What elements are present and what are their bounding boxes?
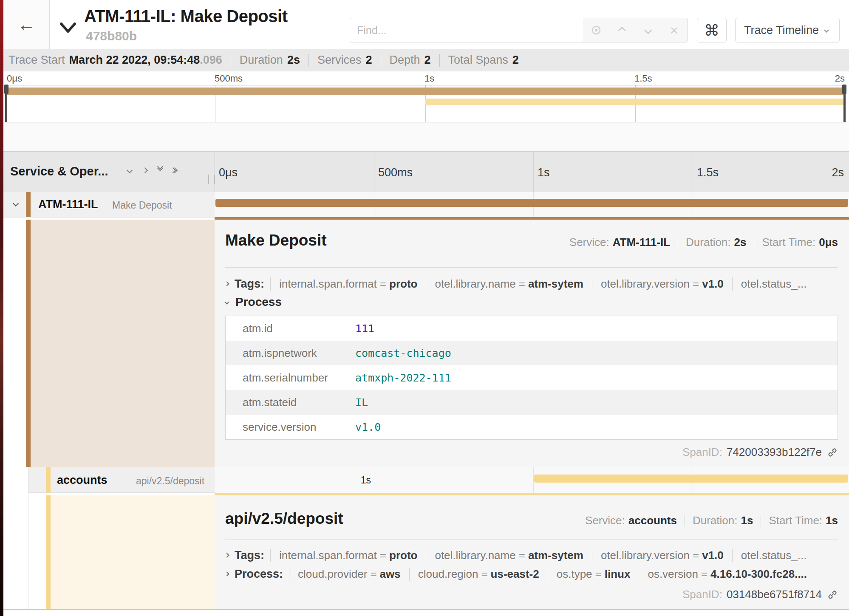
services-value: 2 [365,54,372,67]
span-bar-accounts[interactable] [534,475,848,483]
link-icon [827,447,838,458]
tag-truncated: otel.status_... [732,277,815,291]
keyboard-shortcuts-button[interactable]: ⌘ [697,18,727,42]
service-value: accounts [628,514,677,527]
duration-label: Duration: [686,236,731,249]
chevron-down-icon [59,22,76,34]
process-kv-table: atm.id 111 atm.ispnetwork comcast-chicag… [225,316,838,440]
close-icon: × [670,23,678,37]
tree-line [12,495,12,609]
divider [761,515,761,527]
service-label: Service: [569,236,609,249]
divider [231,54,231,67]
start-time-value: 0μs [819,236,838,249]
duration-value: 1s [741,514,753,527]
depth-value: 2 [424,54,431,67]
tag: internal.span.format=proto [270,277,426,291]
span-track-accounts: 1s [215,467,849,493]
command-icon: ⌘ [704,22,719,39]
span-name-cell-atm[interactable]: ATM-111-IL Make Deposit [3,192,215,218]
clear-find-button[interactable]: × [665,22,682,39]
span-detail-panel: api/v2.5/deposit Service: accounts Durat… [215,495,849,609]
minimap-tick: 0μs [7,73,22,84]
chevron-down-icon [644,26,652,34]
view-selector-dropdown[interactable]: Trace Timeline [735,18,840,42]
span-name-cell-accounts[interactable]: accounts api/v2.5/deposit [3,467,215,493]
gridline [374,152,374,192]
column-resize-handle[interactable] [208,175,215,184]
copy-link-button[interactable] [827,447,838,458]
collapse-all-icon[interactable] [158,167,162,174]
axis-tick: 500ms [378,166,413,179]
copy-link-button[interactable] [827,589,838,600]
table-row: atm.stateid IL [226,390,838,415]
chevron-right-icon [224,553,229,557]
chevron-right-icon [224,571,229,576]
timeline-minimap[interactable] [5,85,846,123]
minimap-span-accounts [425,99,846,105]
duration-label: Duration: [693,514,738,527]
service-color-bar [26,192,31,217]
selected-row-tint [31,220,215,467]
duration-value: 2s [287,54,300,67]
start-time-label: Start Time: [769,514,822,527]
trace-start-label: Trace Start [8,54,65,67]
timeline-column-header: Service & Oper... 0μs 500ms 1s 1.5s 2s [3,151,849,193]
trace-start-ms: .096 [200,54,222,67]
trace-collapse-toggle[interactable] [59,22,76,36]
minimap-tick: 2s [835,73,845,84]
minimap-right-handle[interactable] [843,85,846,122]
expand-all-icon[interactable] [173,168,180,172]
start-time-label: Start Time: [762,236,815,249]
row-collapse-icon[interactable] [13,201,19,206]
minimap-left-handle[interactable] [5,85,7,122]
trace-timeline-page: ← ATM-111-IL: Make Deposit 478b80b × ⌘ [0,0,849,616]
service-label: Service: [585,514,625,527]
chevron-down-icon [224,300,229,304]
spacer [3,122,849,151]
gridline [533,467,534,493]
divider [678,237,678,249]
chevron-up-icon [618,26,626,34]
gridline [533,152,534,192]
tags-row[interactable]: Tags: internal.span.format=proto otel.li… [225,545,838,565]
tag-truncated: otel.status_... [732,549,815,562]
minimap-tick: 1.5s [634,73,652,84]
kv-value: IL [355,396,368,409]
tags-row[interactable]: Tags: internal.span.format=proto otel.li… [225,274,838,294]
expand-one-icon[interactable] [142,167,148,173]
kv-key: atm.ispnetwork [226,347,355,360]
collapse-one-icon[interactable] [127,167,133,173]
find-input[interactable] [350,18,583,42]
span-detail-accounts: api/v2.5/deposit Service: accounts Durat… [3,495,849,609]
drag-handle[interactable] [842,85,846,94]
back-button[interactable]: ← [3,0,50,49]
span-detail-atm: Make Deposit Service: ATM-111-IL Duratio… [3,220,849,467]
span-id-value: 742003393b122f7e [727,446,822,459]
service-color-bar [46,495,51,609]
next-match-button[interactable] [640,22,657,39]
service-name: accounts [57,474,108,487]
process-row[interactable]: Process: cloud.provider=aws cloud.region… [225,564,838,584]
back-arrow-icon: ← [17,16,35,34]
kv-key: atm.stateid [226,396,355,409]
span-id-label: SpanID: [682,588,722,601]
prev-match-button[interactable] [614,22,631,39]
focus-match-button[interactable] [588,22,605,39]
tag: os.type=linux [548,568,639,581]
drag-handle[interactable] [4,85,8,94]
span-id-label: SpanID: [682,446,722,459]
process-section-toggle[interactable]: Process [225,295,282,309]
divider [754,237,754,249]
span-bar-atm[interactable] [215,199,848,207]
selected-row-tint [51,495,215,609]
service-value: ATM-111-IL [613,236,670,249]
divider [439,54,440,67]
divider [225,540,838,540]
chevron-down-icon [824,28,829,32]
span-id-row: SpanID: 742003393b122f7e [682,446,838,459]
trace-summary-bar: Trace Start March 22 2022, 09:54:48.096 … [3,49,849,71]
axis-tick: 2s [832,166,844,179]
tree-controls [127,167,180,174]
table-row: service.version v1.0 [226,415,838,439]
